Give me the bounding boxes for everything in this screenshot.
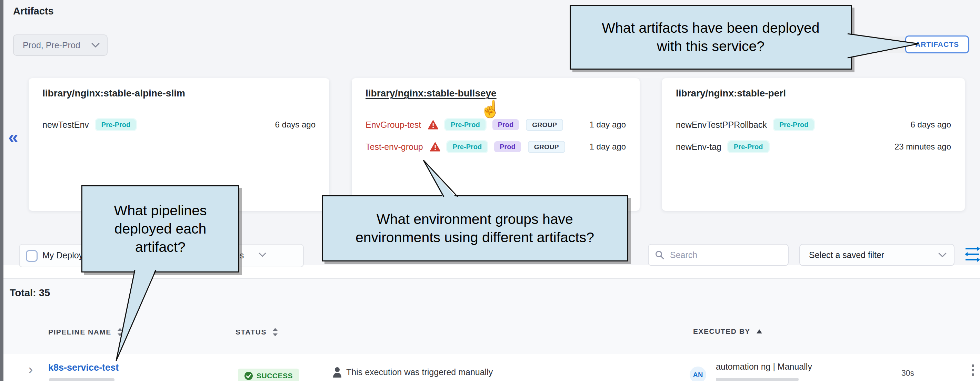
env-row: Test-env-group Pre-Prod Prod GROUP 1 day… xyxy=(366,139,626,155)
env-name[interactable]: newEnv-tag xyxy=(676,142,721,152)
env-row: newTestEnv Pre-Prod 6 days ago xyxy=(42,117,315,133)
column-header-label: EXECUTED BY xyxy=(693,327,750,335)
badge-group: GROUP xyxy=(528,141,565,153)
env-row: newEnv-tag Pre-Prod 23 minutes ago xyxy=(676,139,951,155)
search-icon xyxy=(655,250,665,260)
page-title: Artifacts xyxy=(13,5,54,17)
warning-icon xyxy=(428,120,438,130)
env-type-filter-value: Prod, Pre-Prod xyxy=(23,40,80,50)
badge-group: GROUP xyxy=(526,119,563,131)
column-header-pipeline-name[interactable]: PIPELINE NAME xyxy=(48,327,123,337)
env-group-name[interactable]: Test-env-group xyxy=(366,142,423,152)
my-deployments-checkbox[interactable] xyxy=(26,250,38,262)
env-row: EnvGroup-test Pre-Prod Prod GROUP 1 day … xyxy=(366,117,626,133)
chevron-down-icon xyxy=(938,252,947,258)
badge-pre-prod: Pre-Prod xyxy=(728,141,768,152)
callout-text: What environment groups have xyxy=(377,210,573,229)
artifact-title-link[interactable]: library/nginx:stable-bullseye xyxy=(366,88,496,99)
check-circle-icon xyxy=(244,371,253,380)
kebab-menu-icon[interactable] xyxy=(972,365,974,376)
deployments-section-background xyxy=(0,279,980,354)
cursor-hand-icon: ☝ xyxy=(480,99,501,119)
env-name[interactable]: newEnvTestPPRollback xyxy=(676,120,767,130)
artifact-title-link[interactable]: library/nginx:stable-alpine-slim xyxy=(42,88,185,99)
callout-env-groups-question: What environment groups have environment… xyxy=(322,195,628,262)
column-header-label: STATUS xyxy=(235,328,267,336)
badge-pre-prod: Pre-Prod xyxy=(445,119,485,130)
deploy-time: 1 day ago xyxy=(590,142,626,152)
env-group-name[interactable]: EnvGroup-test xyxy=(366,120,421,130)
sort-icon xyxy=(117,327,123,337)
tab-environments[interactable]: ENVIRONMENTS xyxy=(850,41,913,49)
callout-text: environments using different artifacts? xyxy=(356,229,594,247)
chevron-down-icon xyxy=(258,252,267,257)
status-label: SUCCESS xyxy=(256,372,293,380)
artifact-card: library/nginx:stable-bullseye EnvGroup-t… xyxy=(352,78,640,211)
callout-text: artifact? xyxy=(135,238,186,256)
callout-pipelines-question: What pipelines deployed each artifact? xyxy=(81,185,239,273)
deploy-time: 23 minutes ago xyxy=(894,142,951,152)
env-row: newEnvTestPPRollback Pre-Prod 6 days ago xyxy=(676,117,951,133)
tab-artifacts[interactable]: ARTIFACTS xyxy=(905,35,969,53)
filter-sliders-icon[interactable] xyxy=(964,245,980,263)
clipped-text-line xyxy=(49,378,115,381)
badge-prod: Prod xyxy=(494,141,521,152)
column-header-executed-by[interactable]: EXECUTED BY xyxy=(693,327,763,335)
deploy-time: 1 day ago xyxy=(590,120,626,130)
artifact-title-link[interactable]: library/nginx:stable-perl xyxy=(676,88,786,99)
sort-asc-icon xyxy=(756,329,763,334)
status-badge: SUCCESS xyxy=(238,368,299,381)
search-input[interactable] xyxy=(669,250,774,260)
artifact-card: library/nginx:stable-perl newEnvTestPPRo… xyxy=(662,78,965,211)
pipeline-link[interactable]: k8s-service-test xyxy=(48,362,119,373)
deploy-time: 6 days ago xyxy=(275,120,315,130)
search-box xyxy=(648,244,789,266)
badge-pre-prod: Pre-Prod xyxy=(96,119,136,130)
total-count: Total: 35 xyxy=(10,287,50,298)
callout-text: with this service? xyxy=(657,37,764,56)
avatar[interactable]: AN xyxy=(690,367,706,381)
callout-text: deployed each xyxy=(115,220,207,238)
callout-text: What pipelines xyxy=(114,202,207,220)
badge-prod: Prod xyxy=(492,119,519,130)
callout-artifacts-question: What artifacts have been deployed with t… xyxy=(570,5,852,70)
env-name[interactable]: newTestEnv xyxy=(42,120,89,130)
collapse-panel-icon[interactable]: « xyxy=(8,127,18,148)
callout-text: What artifacts have been deployed xyxy=(602,19,819,37)
badge-pre-prod: Pre-Prod xyxy=(774,119,814,130)
window-left-edge xyxy=(0,0,3,381)
executed-by-text: automation ng | Manually xyxy=(716,362,812,372)
clipped-text-line xyxy=(716,378,799,381)
saved-filter-dropdown[interactable]: Select a saved filter xyxy=(799,244,955,266)
trigger-text: This execution was triggered manually xyxy=(346,367,493,377)
duration-text: 30s xyxy=(901,368,914,378)
env-type-filter-dropdown[interactable]: Prod, Pre-Prod xyxy=(13,35,108,56)
expand-row-chevron[interactable]: › xyxy=(28,362,33,377)
column-header-label: PIPELINE NAME xyxy=(48,328,111,336)
saved-filter-label: Select a saved filter xyxy=(809,250,884,260)
person-icon xyxy=(332,367,343,378)
chevron-down-icon xyxy=(91,42,100,48)
deploy-time: 6 days ago xyxy=(911,120,951,130)
artifacts-screen: Artifacts Prod, Pre-Prod « library/nginx… xyxy=(0,0,980,381)
sort-icon xyxy=(272,327,278,337)
column-header-status[interactable]: STATUS xyxy=(235,327,278,337)
warning-icon xyxy=(430,142,440,152)
badge-pre-prod: Pre-Prod xyxy=(447,141,487,152)
